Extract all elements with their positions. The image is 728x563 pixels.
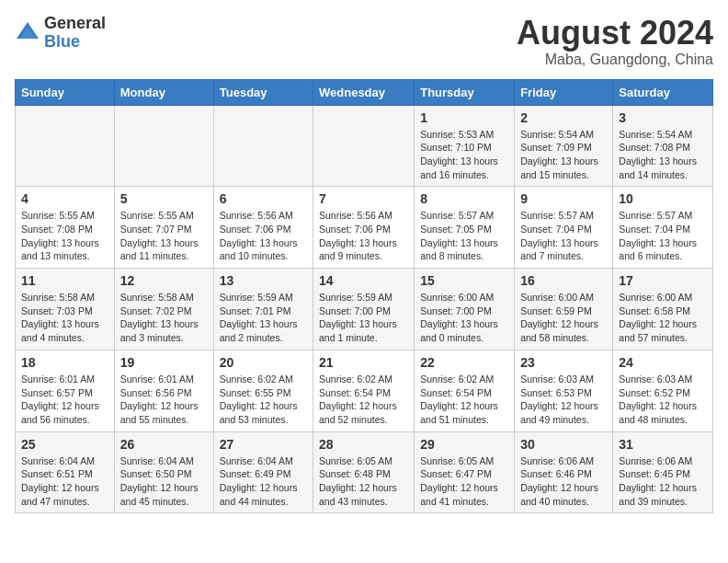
month-year-title: August 2024	[517, 15, 713, 52]
day-info: Sunrise: 6:02 AM Sunset: 6:54 PM Dayligh…	[319, 373, 408, 427]
calendar-cell: 22Sunrise: 6:02 AM Sunset: 6:54 PM Dayli…	[415, 350, 515, 431]
page-header: General Blue August 2024 Maba, Guangdong…	[15, 15, 713, 68]
calendar-week-row: 18Sunrise: 6:01 AM Sunset: 6:57 PM Dayli…	[16, 350, 713, 431]
day-info: Sunrise: 6:00 AM Sunset: 7:00 PM Dayligh…	[420, 291, 508, 345]
calendar-week-row: 25Sunrise: 6:04 AM Sunset: 6:51 PM Dayli…	[16, 431, 713, 513]
day-info: Sunrise: 6:01 AM Sunset: 6:57 PM Dayligh…	[21, 373, 108, 427]
day-number: 12	[120, 273, 208, 288]
calendar-cell: 1Sunrise: 5:53 AM Sunset: 7:10 PM Daylig…	[415, 105, 515, 187]
day-info: Sunrise: 6:03 AM Sunset: 6:52 PM Dayligh…	[619, 373, 707, 427]
calendar-cell: 31Sunrise: 6:06 AM Sunset: 6:45 PM Dayli…	[613, 431, 713, 513]
weekday-header: Sunday	[16, 79, 115, 105]
logo: General Blue	[15, 15, 106, 52]
calendar-cell: 9Sunrise: 5:57 AM Sunset: 7:04 PM Daylig…	[515, 187, 613, 269]
day-number: 16	[520, 273, 607, 288]
weekday-header: Monday	[114, 79, 213, 105]
day-number: 1	[420, 110, 508, 125]
day-number: 10	[619, 191, 707, 206]
day-info: Sunrise: 5:57 AM Sunset: 7:05 PM Dayligh…	[420, 209, 508, 263]
calendar-cell: 5Sunrise: 5:55 AM Sunset: 7:07 PM Daylig…	[114, 187, 213, 269]
calendar-cell: 14Sunrise: 5:59 AM Sunset: 7:00 PM Dayli…	[313, 269, 415, 350]
day-info: Sunrise: 6:05 AM Sunset: 6:47 PM Dayligh…	[420, 454, 508, 509]
calendar-cell: 28Sunrise: 6:05 AM Sunset: 6:48 PM Dayli…	[313, 431, 415, 513]
day-number: 4	[21, 191, 108, 206]
calendar-week-row: 11Sunrise: 5:58 AM Sunset: 7:03 PM Dayli…	[16, 269, 713, 350]
day-number: 18	[21, 355, 108, 370]
location-subtitle: Maba, Guangdong, China	[517, 52, 713, 68]
calendar-week-row: 1Sunrise: 5:53 AM Sunset: 7:10 PM Daylig…	[16, 105, 713, 187]
day-info: Sunrise: 5:53 AM Sunset: 7:10 PM Dayligh…	[420, 128, 508, 182]
day-number: 21	[319, 355, 408, 370]
day-info: Sunrise: 6:04 AM Sunset: 6:50 PM Dayligh…	[120, 454, 208, 509]
day-info: Sunrise: 5:54 AM Sunset: 7:09 PM Dayligh…	[520, 128, 607, 182]
title-block: August 2024 Maba, Guangdong, China	[517, 15, 713, 68]
logo-blue-text: Blue	[44, 33, 106, 52]
day-info: Sunrise: 6:00 AM Sunset: 6:59 PM Dayligh…	[520, 291, 607, 345]
day-info: Sunrise: 5:58 AM Sunset: 7:02 PM Dayligh…	[120, 291, 208, 345]
day-number: 28	[319, 437, 408, 452]
day-number: 17	[619, 273, 707, 288]
calendar-week-row: 4Sunrise: 5:55 AM Sunset: 7:08 PM Daylig…	[16, 187, 713, 269]
day-info: Sunrise: 5:55 AM Sunset: 7:07 PM Dayligh…	[120, 209, 208, 263]
calendar-cell: 2Sunrise: 5:54 AM Sunset: 7:09 PM Daylig…	[515, 105, 613, 187]
day-number: 31	[619, 437, 707, 452]
logo-icon	[15, 20, 40, 46]
calendar-cell: 29Sunrise: 6:05 AM Sunset: 6:47 PM Dayli…	[415, 431, 515, 513]
day-number: 24	[619, 355, 707, 370]
day-number: 14	[319, 273, 408, 288]
day-number: 29	[420, 437, 508, 452]
day-number: 8	[420, 191, 508, 206]
calendar-cell: 12Sunrise: 5:58 AM Sunset: 7:02 PM Dayli…	[114, 269, 213, 350]
calendar-cell: 30Sunrise: 6:06 AM Sunset: 6:46 PM Dayli…	[515, 431, 613, 513]
calendar-cell: 7Sunrise: 5:56 AM Sunset: 7:06 PM Daylig…	[313, 187, 415, 269]
day-number: 26	[120, 437, 208, 452]
day-info: Sunrise: 6:06 AM Sunset: 6:45 PM Dayligh…	[619, 454, 707, 509]
day-number: 25	[21, 437, 108, 452]
calendar-cell	[114, 105, 213, 187]
calendar-cell: 25Sunrise: 6:04 AM Sunset: 6:51 PM Dayli…	[16, 431, 115, 513]
day-number: 6	[220, 191, 307, 206]
calendar-cell: 23Sunrise: 6:03 AM Sunset: 6:53 PM Dayli…	[515, 350, 613, 431]
day-number: 23	[520, 355, 607, 370]
day-number: 13	[220, 273, 307, 288]
calendar-cell: 10Sunrise: 5:57 AM Sunset: 7:04 PM Dayli…	[613, 187, 713, 269]
day-info: Sunrise: 6:02 AM Sunset: 6:55 PM Dayligh…	[220, 373, 307, 427]
weekday-header: Thursday	[415, 79, 515, 105]
day-info: Sunrise: 6:02 AM Sunset: 6:54 PM Dayligh…	[420, 373, 508, 427]
day-info: Sunrise: 5:59 AM Sunset: 7:00 PM Dayligh…	[319, 291, 408, 345]
day-info: Sunrise: 5:59 AM Sunset: 7:01 PM Dayligh…	[220, 291, 307, 345]
calendar-cell: 20Sunrise: 6:02 AM Sunset: 6:55 PM Dayli…	[213, 350, 313, 431]
calendar-cell: 8Sunrise: 5:57 AM Sunset: 7:05 PM Daylig…	[415, 187, 515, 269]
day-info: Sunrise: 5:55 AM Sunset: 7:08 PM Dayligh…	[21, 209, 108, 263]
calendar-cell: 16Sunrise: 6:00 AM Sunset: 6:59 PM Dayli…	[515, 269, 613, 350]
day-number: 9	[520, 191, 607, 206]
calendar-cell	[213, 105, 313, 187]
day-number: 15	[420, 273, 508, 288]
day-info: Sunrise: 5:57 AM Sunset: 7:04 PM Dayligh…	[619, 209, 707, 263]
calendar-cell: 18Sunrise: 6:01 AM Sunset: 6:57 PM Dayli…	[16, 350, 115, 431]
day-number: 2	[520, 110, 607, 125]
day-number: 30	[520, 437, 607, 452]
logo-text: General Blue	[44, 15, 106, 52]
calendar-cell: 15Sunrise: 6:00 AM Sunset: 7:00 PM Dayli…	[415, 269, 515, 350]
day-info: Sunrise: 6:04 AM Sunset: 6:49 PM Dayligh…	[220, 454, 307, 509]
day-number: 7	[319, 191, 408, 206]
calendar-cell: 11Sunrise: 5:58 AM Sunset: 7:03 PM Dayli…	[16, 269, 115, 350]
calendar-cell: 6Sunrise: 5:56 AM Sunset: 7:06 PM Daylig…	[213, 187, 313, 269]
calendar-cell: 21Sunrise: 6:02 AM Sunset: 6:54 PM Dayli…	[313, 350, 415, 431]
day-info: Sunrise: 5:57 AM Sunset: 7:04 PM Dayligh…	[520, 209, 607, 263]
calendar-cell: 4Sunrise: 5:55 AM Sunset: 7:08 PM Daylig…	[16, 187, 115, 269]
day-info: Sunrise: 6:05 AM Sunset: 6:48 PM Dayligh…	[319, 454, 408, 509]
weekday-header: Tuesday	[213, 79, 313, 105]
day-info: Sunrise: 6:03 AM Sunset: 6:53 PM Dayligh…	[520, 373, 607, 427]
weekday-header: Friday	[515, 79, 613, 105]
day-info: Sunrise: 5:58 AM Sunset: 7:03 PM Dayligh…	[21, 291, 108, 345]
calendar-cell: 26Sunrise: 6:04 AM Sunset: 6:50 PM Dayli…	[114, 431, 213, 513]
day-info: Sunrise: 6:06 AM Sunset: 6:46 PM Dayligh…	[520, 454, 607, 509]
day-info: Sunrise: 5:56 AM Sunset: 7:06 PM Dayligh…	[220, 209, 307, 263]
day-info: Sunrise: 5:54 AM Sunset: 7:08 PM Dayligh…	[619, 128, 707, 182]
day-number: 19	[120, 355, 208, 370]
day-info: Sunrise: 6:01 AM Sunset: 6:56 PM Dayligh…	[120, 373, 208, 427]
logo-general-text: General	[44, 15, 106, 33]
weekday-header-row: SundayMondayTuesdayWednesdayThursdayFrid…	[16, 79, 713, 105]
